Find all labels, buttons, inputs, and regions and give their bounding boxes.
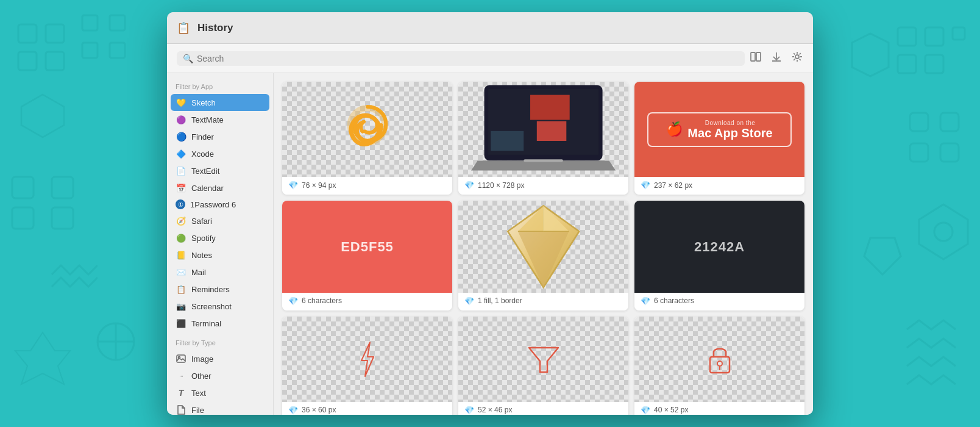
sidebar-item-textedit[interactable]: 📄 TextEdit bbox=[167, 162, 273, 179]
svg-point-14 bbox=[98, 323, 134, 360]
svg-marker-26 bbox=[919, 204, 968, 259]
sketch-diamond-icon-spiral: 💎 bbox=[288, 181, 298, 190]
svg-rect-20 bbox=[898, 55, 916, 73]
grid-item-lock[interactable]: 💎 40 × 52 px bbox=[634, 317, 804, 415]
sidebar-item-textmate[interactable]: 🟣 TextMate bbox=[167, 111, 273, 128]
search-input[interactable] bbox=[197, 54, 739, 63]
grid-item-footer-lightning: 💎 36 × 60 px bbox=[282, 402, 452, 415]
svg-rect-23 bbox=[940, 113, 959, 131]
sidebar-item-type-text[interactable]: T Text bbox=[167, 384, 273, 401]
sidebar-item-mail[interactable]: ✉️ Mail bbox=[167, 264, 273, 281]
grid-item-spiral[interactable]: 💎 76 × 94 px bbox=[282, 82, 452, 195]
sidebar-item-type-other[interactable]: ··· Other bbox=[167, 367, 273, 384]
type-image-icon bbox=[176, 353, 186, 364]
grid-item-preview-spiral bbox=[282, 82, 452, 177]
finder-icon: 🔵 bbox=[176, 131, 186, 142]
sidebar-item-reminders[interactable]: 📋 Reminders bbox=[167, 281, 273, 298]
window-title: History bbox=[197, 22, 233, 34]
sidebar-item-label-type-image: Image bbox=[191, 354, 213, 364]
svg-rect-33 bbox=[177, 355, 185, 362]
grid-item-preview-color-dark: 21242A bbox=[634, 201, 804, 293]
sidebar-item-screenshot[interactable]: 📷 Screenshot bbox=[167, 298, 273, 315]
content-area: 💎 76 × 94 px bbox=[274, 73, 813, 415]
grid-item-lightning[interactable]: 💎 36 × 60 px bbox=[282, 317, 452, 415]
textmate-icon: 🟣 bbox=[176, 114, 186, 125]
download-icon[interactable] bbox=[770, 51, 783, 66]
sidebar-item-safari[interactable]: 🧭 Safari bbox=[167, 212, 273, 229]
svg-rect-17 bbox=[898, 27, 916, 46]
sidebar-item-type-file[interactable]: File bbox=[167, 401, 273, 415]
grid-item-footer-filter: 💎 52 × 46 px bbox=[458, 402, 628, 415]
sidebar: Filter by App 💛 Sketch 🟣 TextMate 🔵 Find… bbox=[167, 73, 274, 415]
grid-item-preview-laptop bbox=[458, 82, 628, 177]
sidebar-item-notes[interactable]: 📒 Notes bbox=[167, 246, 273, 264]
grid-item-meta-spiral: 76 × 94 px bbox=[302, 181, 336, 190]
svg-rect-1 bbox=[46, 24, 64, 43]
grid-item-meta-color-dark: 6 characters bbox=[654, 296, 694, 305]
settings-icon[interactable] bbox=[791, 51, 803, 66]
sidebar-item-finder[interactable]: 🔵 Finder bbox=[167, 128, 273, 145]
content-grid: 💎 76 × 94 px bbox=[282, 82, 804, 415]
notes-icon: 📒 bbox=[176, 249, 186, 260]
sidebar-item-label-reminders: Reminders bbox=[191, 285, 230, 294]
sidebar-item-label-safari: Safari bbox=[191, 217, 212, 226]
svg-rect-6 bbox=[82, 43, 98, 58]
app-store-button: 🍎 Download on the Mac App Store bbox=[647, 112, 792, 147]
split-view-icon[interactable] bbox=[750, 51, 762, 66]
sidebar-item-calendar[interactable]: 📅 Calendar bbox=[167, 179, 273, 196]
grid-item-meta-lock: 40 × 52 px bbox=[654, 406, 688, 414]
filter-image bbox=[528, 345, 559, 373]
svg-point-32 bbox=[795, 55, 799, 59]
mail-icon: ✉️ bbox=[176, 267, 186, 278]
grid-item-appstore[interactable]: 🍎 Download on the Mac App Store 💎 237 × … bbox=[634, 82, 804, 195]
svg-rect-39 bbox=[530, 95, 570, 120]
sidebar-item-type-image[interactable]: Image bbox=[167, 350, 273, 367]
filter-by-type-label: Filter by Type bbox=[167, 337, 273, 350]
calendar-icon: 📅 bbox=[176, 182, 186, 193]
sidebar-item-label-mail: Mail bbox=[191, 268, 206, 277]
grid-item-laptop[interactable]: 💎 1120 × 728 px bbox=[458, 82, 628, 195]
svg-rect-11 bbox=[12, 207, 34, 229]
svg-marker-13 bbox=[15, 332, 70, 384]
sketch-diamond-icon-appstore: 💎 bbox=[641, 181, 650, 190]
sidebar-item-label-1password: 1Password 6 bbox=[190, 200, 236, 209]
search-input-wrapper: 🔍 bbox=[177, 51, 745, 66]
sidebar-item-terminal[interactable]: ⬛ Terminal bbox=[167, 315, 273, 332]
sidebar-item-label-textmate: TextMate bbox=[191, 115, 224, 124]
main-content: Filter by App 💛 Sketch 🟣 TextMate 🔵 Find… bbox=[167, 73, 813, 415]
grid-item-diamond[interactable]: 💎 1 fill, 1 border bbox=[458, 201, 628, 310]
svg-rect-5 bbox=[110, 15, 125, 30]
appstore-big-text: Mac App Store bbox=[687, 126, 772, 140]
grid-item-meta-color-red: 6 characters bbox=[302, 296, 342, 305]
spiral-image bbox=[343, 101, 392, 159]
svg-rect-18 bbox=[925, 27, 943, 46]
sketch-diamond-icon-diamond: 💎 bbox=[464, 296, 474, 306]
sidebar-item-1password[interactable]: ① 1Password 6 bbox=[167, 196, 273, 212]
reminders-icon: 📋 bbox=[176, 284, 186, 295]
sketch-diamond-icon-laptop: 💎 bbox=[464, 181, 474, 190]
sidebar-item-label-finder: Finder bbox=[191, 132, 214, 142]
svg-rect-10 bbox=[52, 177, 73, 198]
grid-item-filter[interactable]: 💎 52 × 46 px bbox=[458, 317, 628, 415]
type-other-icon: ··· bbox=[176, 370, 186, 381]
svg-rect-28 bbox=[751, 52, 755, 61]
grid-item-color-dark[interactable]: 21242A 💎 6 characters bbox=[634, 201, 804, 310]
terminal-icon: ⬛ bbox=[176, 318, 186, 329]
svg-rect-7 bbox=[110, 43, 125, 58]
svg-rect-3 bbox=[46, 52, 64, 70]
sidebar-item-label-calendar: Calendar bbox=[191, 184, 224, 193]
grid-item-preview-filter bbox=[458, 317, 628, 402]
sidebar-item-spotify[interactable]: 🟢 Spotify bbox=[167, 229, 273, 246]
sidebar-item-sketch[interactable]: 💛 Sketch bbox=[171, 94, 269, 111]
grid-item-footer-appstore: 💎 237 × 62 px bbox=[634, 177, 804, 195]
lock-image bbox=[708, 343, 732, 375]
sidebar-item-label-type-file: File bbox=[191, 406, 204, 415]
color-red-value: ED5F55 bbox=[341, 239, 394, 255]
screenshot-icon: 📷 bbox=[176, 301, 186, 312]
sidebar-item-label-screenshot: Screenshot bbox=[191, 302, 232, 311]
grid-item-color-red[interactable]: ED5F55 💎 6 characters bbox=[282, 201, 452, 310]
grid-item-footer-spiral: 💎 76 × 94 px bbox=[282, 177, 452, 195]
grid-item-preview-lightning bbox=[282, 317, 452, 402]
sidebar-item-xcode[interactable]: 🔷 Xcode bbox=[167, 145, 273, 162]
sidebar-item-label-sketch: Sketch bbox=[191, 98, 216, 107]
